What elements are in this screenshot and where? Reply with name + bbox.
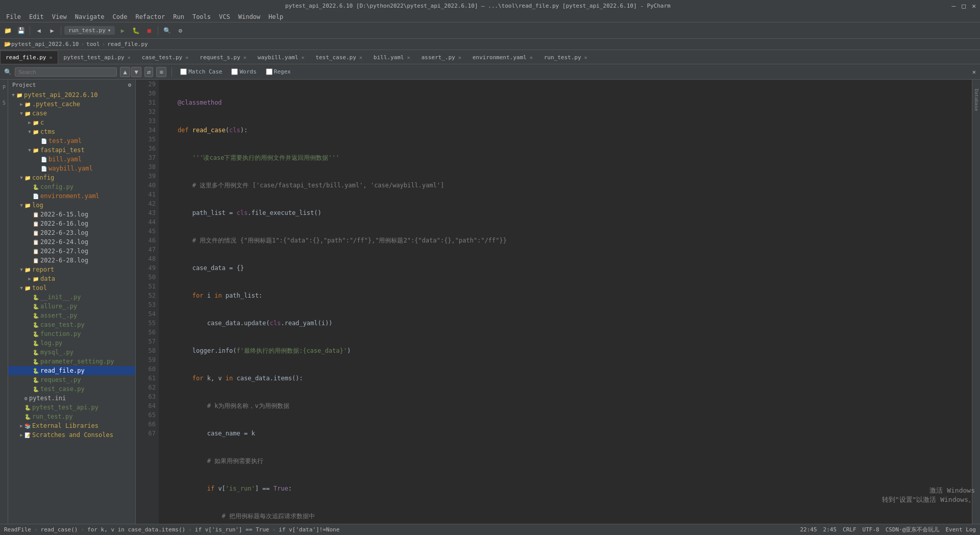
menu-file[interactable]: File xyxy=(2,12,25,21)
tab-bill[interactable]: bill.yaml ✕ xyxy=(368,51,416,64)
tab-read-file[interactable]: read_file.py ✕ xyxy=(0,51,58,64)
sidebar-item-allure[interactable]: 🐍 allure_.py xyxy=(8,302,135,311)
tab-waybill[interactable]: waybill.yaml ✕ xyxy=(252,51,310,64)
sidebar-item-report[interactable]: ▼ 📁 report xyxy=(8,265,135,274)
sidebar-item-assert[interactable]: 🐍 assert_.py xyxy=(8,311,135,320)
tab-pytest-test-api[interactable]: pytest_test_api.py ✕ xyxy=(58,51,136,64)
words-option[interactable]: Words xyxy=(228,67,259,76)
tab-close-assert[interactable]: ✕ xyxy=(458,55,461,60)
breadcrumb-file[interactable]: read_file.py xyxy=(107,41,148,47)
tab-close-request[interactable]: ✕ xyxy=(243,55,247,60)
sidebar-item-ctms[interactable]: ▼ 📁 ctms xyxy=(8,127,135,136)
sidebar-item-log[interactable]: ▼ 📁 log xyxy=(8,201,135,210)
tab-close-waybill[interactable]: ✕ xyxy=(301,55,304,60)
menu-window[interactable]: Window xyxy=(234,12,264,21)
breadcrumb-tool[interactable]: tool xyxy=(86,41,100,47)
activity-project[interactable]: P xyxy=(0,80,8,95)
sidebar-item-case[interactable]: ▼ 📁 case xyxy=(8,109,135,118)
sidebar-item-bill-yaml[interactable]: 📄 bill.yaml xyxy=(8,155,135,164)
tab-environment[interactable]: environment.yaml ✕ xyxy=(467,51,538,64)
status-for[interactable]: for k, v in case_data.items() xyxy=(87,526,185,533)
status-read-case[interactable]: read_case() xyxy=(41,526,78,533)
sidebar-item-request[interactable]: 🐍 request_.py xyxy=(8,375,135,384)
sidebar-item-fastapi-test[interactable]: ▼ 📁 fastapi_test xyxy=(8,145,135,155)
sidebar-item-log-623[interactable]: 📋 2022-6-23.log xyxy=(8,228,135,237)
tab-test-case[interactable]: test_case.py ✕ xyxy=(310,51,368,64)
maximize-btn[interactable]: □ xyxy=(962,2,966,10)
menu-run[interactable]: Run xyxy=(169,12,188,21)
menu-vcs[interactable]: VCS xyxy=(215,12,234,21)
sidebar-item-read-file[interactable]: 🐍 read_file.py xyxy=(8,366,135,375)
menu-navigate[interactable]: Navigate xyxy=(71,12,109,21)
sidebar-item-log-624[interactable]: 📋 2022-6-24.log xyxy=(8,237,135,247)
menu-help[interactable]: Help xyxy=(264,12,287,21)
status-if-data[interactable]: if v['data']!=None xyxy=(279,526,339,533)
tab-request[interactable]: request_s.py ✕ xyxy=(194,51,252,64)
sidebar-item-external-libs[interactable]: ▶ 📚 External Libraries xyxy=(8,421,135,430)
activity-structure[interactable]: S xyxy=(0,95,8,110)
sidebar-item-init[interactable]: 🐍 __init__.py xyxy=(8,293,135,302)
toolbar-search-btn[interactable]: 🔍 xyxy=(161,25,173,36)
menu-refactor[interactable]: Refactor xyxy=(131,12,169,21)
regex-checkbox[interactable] xyxy=(266,68,273,75)
sidebar-item-case-test[interactable]: 🐍 case_test.py xyxy=(8,320,135,329)
sidebar-item-data[interactable]: ▶ 📁 data xyxy=(8,274,135,283)
toolbar-settings-btn[interactable]: ⚙ xyxy=(175,25,186,36)
close-btn[interactable]: ✕ xyxy=(972,2,976,10)
stop-btn[interactable]: ■ xyxy=(143,25,155,36)
tab-close-pytest[interactable]: ✕ xyxy=(128,55,131,60)
sidebar-item-param-setting[interactable]: 🐍 parameter_setting.py xyxy=(8,357,135,366)
toolbar-back-btn[interactable]: ◀ xyxy=(33,25,44,36)
match-case-checkbox[interactable] xyxy=(180,68,187,75)
find-input[interactable] xyxy=(15,67,117,77)
find-replace-btn[interactable]: ⇄ xyxy=(144,67,153,77)
menu-view[interactable]: View xyxy=(48,12,71,21)
sidebar-item-test-case-py[interactable]: 🐍 test_case.py xyxy=(8,384,135,394)
sidebar-item-log-616[interactable]: 📋 2022-6-16.log xyxy=(8,219,135,228)
regex-option[interactable]: Regex xyxy=(263,67,294,76)
find-next-btn[interactable]: ▼ xyxy=(131,67,141,77)
menu-code[interactable]: Code xyxy=(109,12,132,21)
code-editor[interactable]: 29 30 31 32 33 34 35 36 37 38 39 40 41 4… xyxy=(136,80,972,524)
sidebar-item-scratches[interactable]: ▶ 📝 Scratches and Consoles xyxy=(8,430,135,440)
sidebar-item-run-test-py[interactable]: 🐍 run_test.py xyxy=(8,412,135,421)
sidebar-item-pytest-cache[interactable]: ▶ 📁 .pytest_cache xyxy=(8,100,135,109)
sidebar-item-log-py[interactable]: 🐍 log.py xyxy=(8,338,135,348)
tab-close-bill[interactable]: ✕ xyxy=(407,55,410,60)
code-lines[interactable]: @classmethod def read_case(cls): '''读cas… xyxy=(159,80,972,524)
menu-edit[interactable]: Edit xyxy=(25,12,48,21)
sidebar-item-mysql[interactable]: 🐍 mysql_.py xyxy=(8,348,135,357)
tab-close-run-test[interactable]: ✕ xyxy=(584,55,587,60)
sidebar-item-function[interactable]: 🐍 function.py xyxy=(8,329,135,338)
debug-btn[interactable]: 🐛 xyxy=(130,25,141,36)
status-if-isrun[interactable]: if v['is_run'] == True xyxy=(195,526,270,533)
match-case-option[interactable]: Match Case xyxy=(177,67,225,76)
sidebar-item-tool[interactable]: ▼ 📁 tool xyxy=(8,283,135,293)
tab-run-test[interactable]: run_test.py ✕ xyxy=(538,51,593,64)
tab-close-read-file[interactable]: ✕ xyxy=(49,55,52,60)
run-btn[interactable]: ▶ xyxy=(117,25,128,36)
tab-assert[interactable]: assert_.py ✕ xyxy=(415,51,467,64)
run-config-selector[interactable]: run_test.py ▾ xyxy=(64,26,115,35)
sidebar-item-environment-yaml[interactable]: 📄 environment.yaml xyxy=(8,191,135,201)
sidebar-item-config-py[interactable]: 🐍 config.py xyxy=(8,182,135,191)
minimize-btn[interactable]: — xyxy=(952,2,956,10)
sidebar-item-c[interactable]: ▶ 📁 c xyxy=(8,118,135,127)
sidebar-options[interactable]: ⚙ xyxy=(128,82,131,88)
sidebar-item-pytest-test-api-py[interactable]: 🐍 pytest_test_api.py xyxy=(8,403,135,412)
tab-close-test-case[interactable]: ✕ xyxy=(359,55,362,60)
find-close-btn[interactable]: ✕ xyxy=(972,68,976,76)
sidebar-item-pytest-ini[interactable]: ⚙ pytest.ini xyxy=(8,394,135,403)
event-log[interactable]: Event Log xyxy=(945,526,976,533)
words-checkbox[interactable] xyxy=(231,68,238,75)
toolbar-forward-btn[interactable]: ▶ xyxy=(46,25,58,36)
status-crlf[interactable]: CRLF xyxy=(843,526,856,533)
sidebar-item-config[interactable]: ▼ 📁 config xyxy=(8,173,135,182)
status-readfile[interactable]: ReadFile xyxy=(4,526,31,533)
breadcrumb-project[interactable]: pytest_api_2022.6.10 xyxy=(11,41,79,47)
tab-close-environment[interactable]: ✕ xyxy=(530,55,533,60)
toolbar-open-btn[interactable]: 📁 xyxy=(2,25,13,36)
tab-close-case-test[interactable]: ✕ xyxy=(185,55,188,60)
sidebar-item-test-yaml[interactable]: 📄 test.yaml xyxy=(8,136,135,145)
sidebar-item-log-615[interactable]: 📋 2022-6-15.log xyxy=(8,210,135,219)
